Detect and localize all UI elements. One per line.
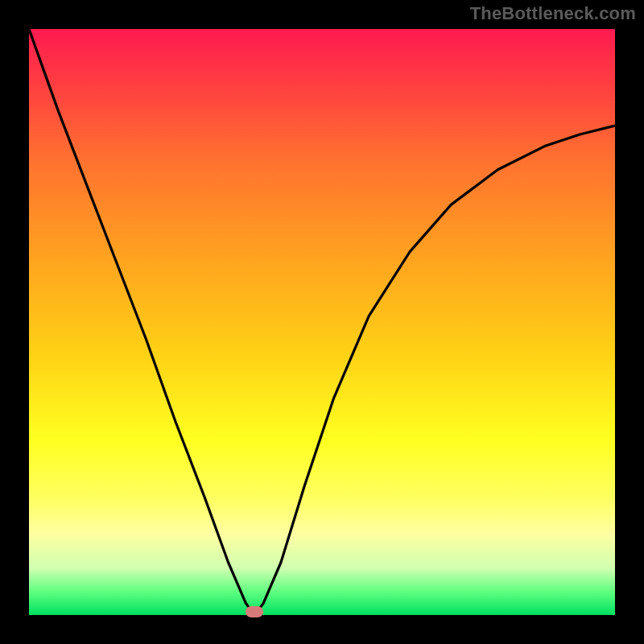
optimal-point-marker <box>246 606 263 617</box>
bottleneck-curve <box>0 0 644 644</box>
attribution-label: TheBottleneck.com <box>470 3 636 24</box>
chart-frame: TheBottleneck.com <box>0 0 644 644</box>
